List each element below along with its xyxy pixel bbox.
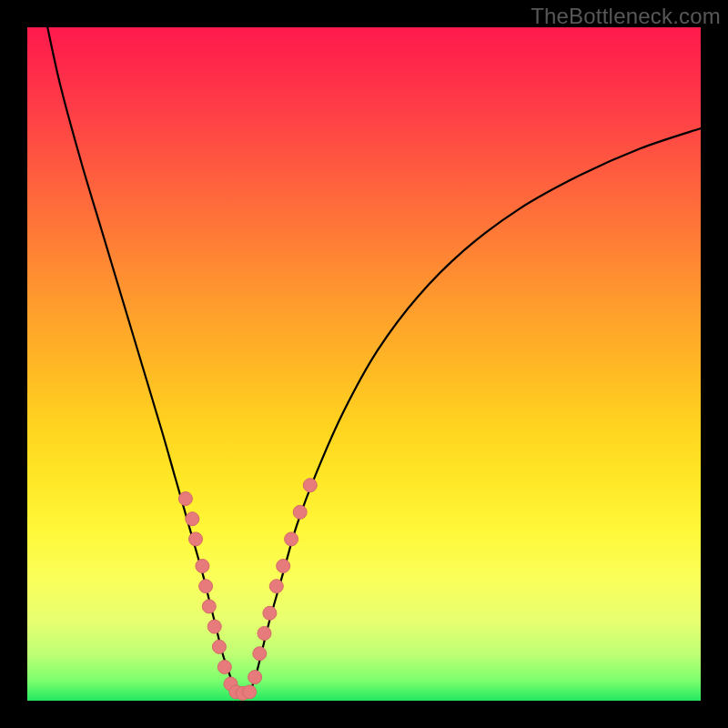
data-point bbox=[263, 606, 277, 620]
data-point bbox=[253, 647, 267, 661]
data-point bbox=[277, 560, 290, 573]
data-point bbox=[217, 661, 231, 674]
data-point bbox=[202, 600, 216, 613]
curve-layer bbox=[47, 27, 701, 694]
data-point bbox=[248, 671, 262, 684]
data-point bbox=[303, 479, 317, 492]
chart-frame: TheBottleneck.com bbox=[0, 0, 728, 728]
data-point bbox=[243, 685, 257, 699]
marker-layer bbox=[178, 479, 317, 701]
data-point bbox=[178, 492, 192, 506]
data-point bbox=[285, 532, 298, 546]
data-point bbox=[293, 505, 307, 519]
data-point bbox=[207, 620, 221, 633]
curve-right-branch bbox=[249, 128, 701, 694]
data-point bbox=[199, 580, 213, 593]
data-point bbox=[212, 640, 226, 653]
data-point bbox=[269, 580, 283, 593]
plot-area bbox=[27, 27, 701, 701]
data-point bbox=[186, 512, 199, 526]
chart-svg bbox=[27, 27, 701, 701]
data-point bbox=[258, 627, 271, 641]
watermark-text: TheBottleneck.com bbox=[531, 4, 721, 29]
data-point bbox=[189, 532, 203, 546]
data-point bbox=[196, 560, 209, 573]
curve-left-branch bbox=[47, 27, 236, 694]
